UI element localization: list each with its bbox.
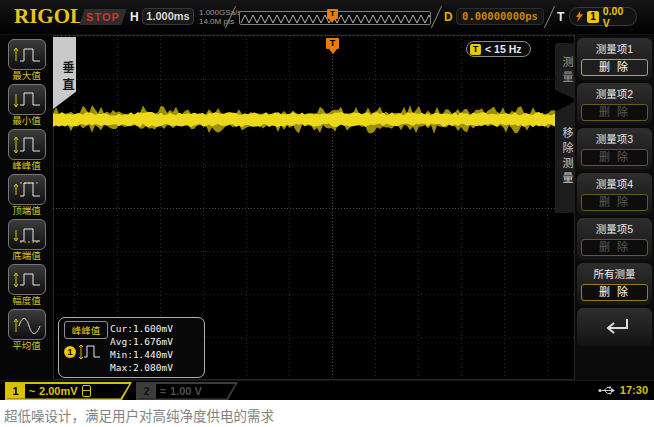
tab-remove-measure[interactable]: 移除测量 <box>555 101 575 213</box>
menu-item-vavg[interactable]: 平均值 <box>3 309 51 352</box>
return-button[interactable] <box>577 308 652 346</box>
menu-item-vtop[interactable]: 顶端值 <box>3 174 51 217</box>
vtop-icon <box>12 179 42 201</box>
sample-rate: 1.000GSa/s <box>199 8 241 17</box>
trigger-label: T <box>557 10 564 24</box>
channel2-scale: 1.00 V <box>170 385 202 397</box>
oscilloscope-screen: RIGOL STOP H 1.000ms 1.000GSa/s 14.0M pt… <box>0 0 654 400</box>
channel-status-bar: 1 ~ 2.00mV 2 = 1.00 V 17:30 <box>0 380 654 400</box>
popup-title: 峰峰值 <box>64 321 108 339</box>
horizontal-label: H <box>130 10 139 24</box>
popup-values: Cur:1.600mV Avg:1.676mV Min:1.440mV Max:… <box>110 321 201 374</box>
return-arrow-icon <box>597 315 633 339</box>
popup-avg: Avg:1.676mV <box>110 335 201 348</box>
menu-item-vmax[interactable]: 最大值 <box>3 39 51 82</box>
memory-trigger-marker-icon[interactable]: T <box>327 9 338 19</box>
vmin-icon <box>12 89 42 111</box>
channel2-status[interactable]: 2 = 1.00 V <box>136 382 238 400</box>
channel2-coupling: = <box>160 385 166 397</box>
popup-left: 峰峰值 1 <box>62 321 110 374</box>
menu-item-vpp[interactable]: 峰峰值 <box>3 129 51 172</box>
divider <box>431 6 442 28</box>
channel1-scale: 2.00mV <box>39 385 78 397</box>
menu-item-vamp[interactable]: 幅度值 <box>3 264 51 307</box>
timebase-value[interactable]: 1.000ms <box>142 8 194 25</box>
delete-button-5[interactable]: 删 除 <box>581 239 648 256</box>
vavg-icon <box>12 314 42 336</box>
delete-button-2[interactable]: 删 除 <box>581 104 648 121</box>
menu-item-measure4[interactable]: 测量项4 删 除 <box>577 173 652 215</box>
delete-button-1[interactable]: 删 除 <box>581 59 648 76</box>
vmax-icon <box>12 44 42 66</box>
channel1-status[interactable]: 1 ~ 2.00mV <box>5 382 132 400</box>
delete-button-3[interactable]: 删 除 <box>581 149 648 166</box>
popup-max: Max:2.080mV <box>110 361 201 374</box>
clock-time: 17:30 <box>620 384 648 396</box>
delete-button-4[interactable]: 删 除 <box>581 194 648 211</box>
menu-item-measure1[interactable]: 测量项1 删 除 <box>577 38 652 80</box>
sample-rate-block: 1.000GSa/s 14.0M pts <box>199 8 241 26</box>
rigol-logo: RIGOL <box>14 4 84 29</box>
run-state-badge[interactable]: STOP <box>79 9 126 25</box>
trigger-t-icon: T <box>470 44 481 55</box>
menu-item-all-measure[interactable]: 所有测量 删 除 <box>577 263 652 305</box>
vamp-icon <box>12 269 42 291</box>
channel1-badge: 1 <box>7 384 25 399</box>
delete-all-button[interactable]: 删 除 <box>581 284 648 301</box>
display-area: 最大值 最小值 峰峰值 顶端值 底端值 幅度值 <box>0 35 654 380</box>
trigger-status-badge[interactable]: 1 0.00 V <box>569 7 637 26</box>
bandwidth-icon <box>82 385 91 397</box>
status-bar: RIGOL STOP H 1.000ms 1.000GSa/s 14.0M pt… <box>0 0 654 35</box>
trigger-level-value: 0.00 V <box>603 5 630 29</box>
menu-item-measure2[interactable]: 测量项2 删 除 <box>577 83 652 125</box>
memory-waveform-bar[interactable]: T <box>239 11 431 25</box>
delay-value[interactable]: 0.00000000ps <box>456 8 544 25</box>
lightning-icon <box>576 10 583 23</box>
right-remove-menu: 测量项1 删 除 测量项2 删 除 测量项3 删 除 测量项4 删 除 测量项5… <box>575 35 654 380</box>
time-block: 17:30 <box>598 384 648 396</box>
menu-item-measure5[interactable]: 测量项5 删 除 <box>577 218 652 260</box>
popup-channel-badge: 1 <box>64 346 76 358</box>
vbase-icon <box>12 224 42 246</box>
trigger-frequency-badge: T < 15 Hz <box>466 41 531 57</box>
channel2-badge: 2 <box>138 384 156 399</box>
vpp-icon <box>12 134 42 156</box>
usb-icon <box>598 385 615 396</box>
right-tab-strip: 测量 移除测量 <box>555 35 575 380</box>
measurement-popup: 峰峰值 1 Cur:1.600mV Avg:1.676mV Min:1.440m… <box>58 317 205 378</box>
delay-label: D <box>444 10 453 24</box>
trigger-frequency-value: < 15 Hz <box>485 43 521 55</box>
caption-text: 超低噪设计，满足用户对高纯净度供电的需求 <box>0 400 654 427</box>
vpp-small-icon <box>78 343 102 361</box>
menu-item-measure3[interactable]: 测量项3 删 除 <box>577 128 652 170</box>
trigger-channel-badge: 1 <box>587 11 599 23</box>
channel1-coupling: ~ <box>29 385 35 397</box>
popup-cur: Cur:1.600mV <box>110 322 201 335</box>
tab-measure[interactable]: 测量 <box>555 43 575 99</box>
memory-depth: 14.0M pts <box>199 17 241 26</box>
popup-min: Min:1.440mV <box>110 348 201 361</box>
trigger-position-marker-icon[interactable]: T <box>326 38 339 49</box>
divider <box>544 6 555 28</box>
menu-item-vbase[interactable]: 底端值 <box>3 219 51 262</box>
left-measure-menu: 最大值 最小值 峰峰值 顶端值 底端值 幅度值 <box>0 35 53 380</box>
run-state-label: STOP <box>82 9 124 25</box>
menu-item-vmin[interactable]: 最小值 <box>3 84 51 127</box>
